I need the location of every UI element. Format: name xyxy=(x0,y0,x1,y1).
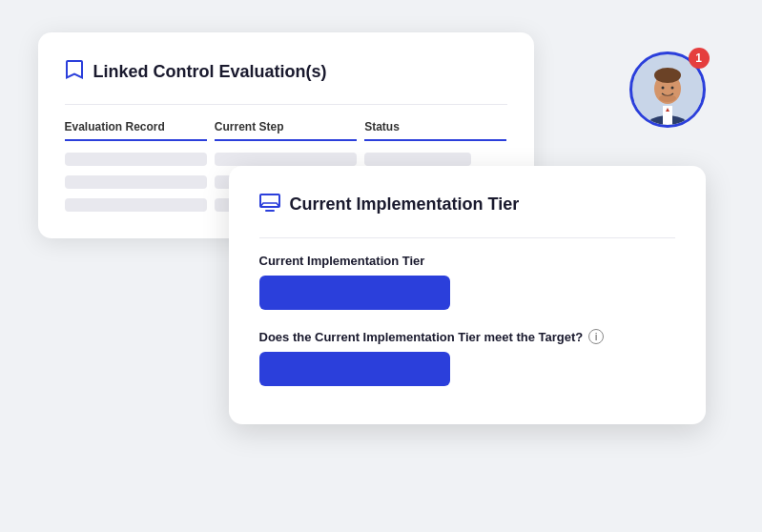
cell xyxy=(65,198,207,212)
scene: Linked Control Evaluation(s) Evaluation … xyxy=(38,32,725,500)
field1-label: Current Implementation Tier xyxy=(259,254,675,268)
table-row xyxy=(65,153,507,166)
monitor-icon xyxy=(259,193,280,216)
card-back-header: Linked Control Evaluation(s) xyxy=(65,59,507,85)
col-header-current-step: Current Step xyxy=(215,120,357,141)
avatar-image xyxy=(634,58,701,125)
cell xyxy=(65,153,207,166)
info-icon[interactable]: i xyxy=(588,329,604,344)
field1-value-bar[interactable] xyxy=(259,276,450,310)
cell xyxy=(65,175,207,189)
svg-point-6 xyxy=(661,87,664,90)
field-row-2: Does the Current Implementation Tier mee… xyxy=(259,329,675,386)
card-back-title: Linked Control Evaluation(s) xyxy=(93,62,327,82)
cell xyxy=(215,153,357,166)
card-front-title: Current Implementation Tier xyxy=(290,194,520,215)
notification-badge: 1 xyxy=(689,48,710,69)
col-header-evaluation: Evaluation Record xyxy=(65,120,207,141)
current-implementation-card: Current Implementation Tier Current Impl… xyxy=(229,166,706,424)
bookmark-icon xyxy=(65,59,84,85)
card-front-header: Current Implementation Tier xyxy=(259,193,675,216)
svg-point-7 xyxy=(670,87,673,90)
svg-point-8 xyxy=(659,94,676,102)
field2-label: Does the Current Implementation Tier mee… xyxy=(259,329,675,344)
svg-point-5 xyxy=(654,68,681,83)
cell xyxy=(364,153,471,166)
col-header-status: Status xyxy=(364,120,506,141)
field2-value-bar[interactable] xyxy=(259,352,450,386)
avatar-container[interactable]: 1 xyxy=(629,51,706,128)
table-header: Evaluation Record Current Step Status xyxy=(65,120,507,141)
divider-front xyxy=(259,237,675,238)
divider xyxy=(65,104,507,105)
field-row-1: Current Implementation Tier xyxy=(259,254,675,310)
